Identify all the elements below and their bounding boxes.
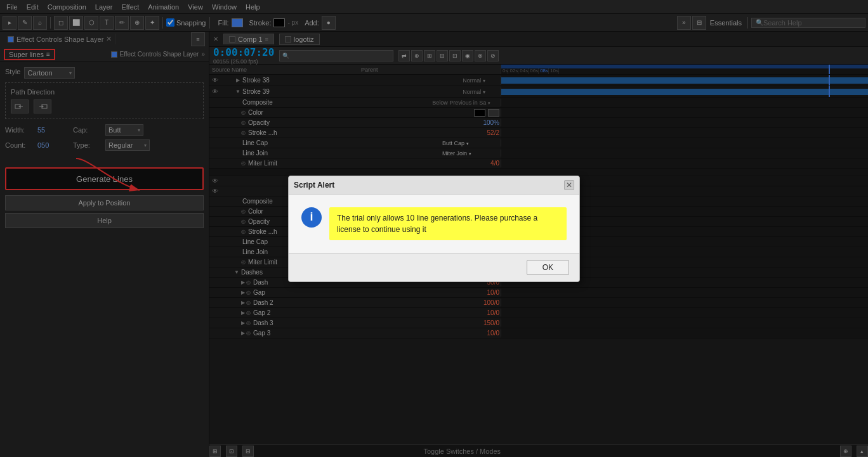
dialog-ok-button[interactable]: OK — [527, 260, 569, 275]
info-icon: i — [301, 207, 322, 228]
dialog-titlebar: Script Alert ✕ — [289, 176, 579, 195]
dialog-overlay: Script Alert ✕ i The trial only allows 1… — [0, 0, 868, 457]
dialog-title: Script Alert — [294, 181, 334, 190]
script-alert-dialog: Script Alert ✕ i The trial only allows 1… — [288, 176, 580, 282]
dialog-body: i The trial only allows 10 line generati… — [289, 195, 579, 253]
dialog-footer: OK — [289, 253, 579, 281]
dialog-close-button[interactable]: ✕ — [564, 180, 574, 190]
dialog-message: The trial only allows 10 line generation… — [329, 207, 567, 240]
